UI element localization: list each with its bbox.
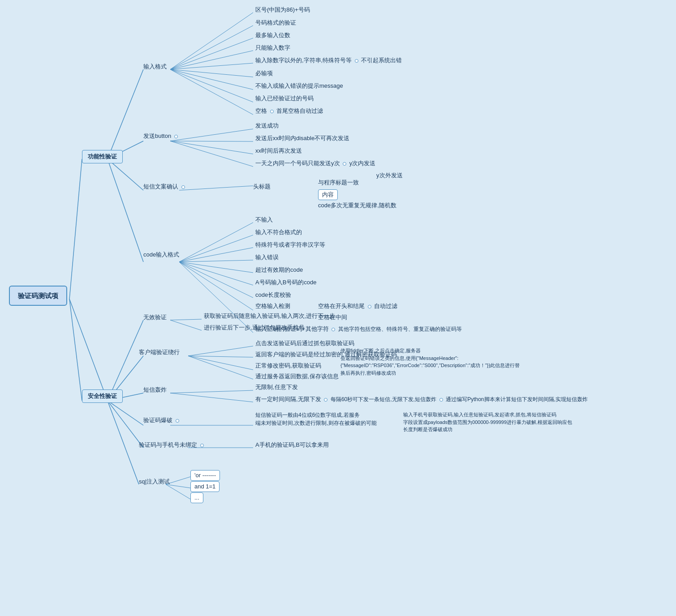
mindmap-container: 验证码测试项 功能性验证 安全性验证 输入格式 发送button 短信文案确认 … bbox=[0, 0, 676, 616]
svg-line-13 bbox=[170, 26, 253, 69]
root-node: 验证码测试项 bbox=[9, 286, 67, 306]
leaf-content-box: 内容 bbox=[318, 189, 338, 200]
leaf-space: 空格 首尾空格自动过滤 bbox=[255, 107, 323, 115]
leaf-sql-and-box: and 1=1 bbox=[190, 481, 220, 492]
code-phone-dot bbox=[200, 444, 204, 447]
security-label: 安全性验证 bbox=[82, 389, 123, 403]
svg-line-36 bbox=[170, 320, 202, 330]
svg-line-40 bbox=[188, 356, 253, 379]
svg-line-38 bbox=[188, 356, 253, 357]
svg-line-20 bbox=[170, 69, 253, 115]
leaf-blast-method: 输入手机号获取验证码,输入任意短验证码,发起请求,抓包,将短信验证码字段设置成p… bbox=[403, 411, 572, 433]
send-button-dot bbox=[174, 135, 178, 138]
svg-line-3 bbox=[108, 69, 143, 159]
code-blast-node: 验证码爆破 bbox=[143, 416, 181, 424]
sms-confirm-node: 短信文案确认 bbox=[143, 183, 186, 191]
leaf-format-verify: 号码格式的验证 bbox=[255, 19, 296, 27]
svg-line-0 bbox=[69, 159, 82, 299]
svg-line-14 bbox=[170, 38, 253, 69]
leaf-non-number: 输入除数字以外的,字符串,特殊符号等 不引起系统出错 bbox=[255, 56, 402, 64]
leaf-send-disable: 发送后xx时间内disable不可再次发送 bbox=[255, 134, 349, 142]
input-format-label: 输入格式 bbox=[143, 63, 167, 70]
leaf-space-edge: 空格在开头和结尾 自动过滤 bbox=[318, 302, 397, 310]
svg-line-19 bbox=[170, 69, 253, 102]
sms-confirm-label: 短信文案确认 bbox=[143, 183, 178, 190]
svg-line-28 bbox=[179, 248, 253, 262]
leaf-send-over: y次外发送 bbox=[376, 171, 403, 180]
code-blast-label: 验证码爆破 bbox=[143, 417, 172, 424]
leaf-header: 头标题 bbox=[253, 183, 271, 191]
svg-line-22 bbox=[170, 141, 253, 141]
svg-line-16 bbox=[170, 63, 253, 69]
leaf-unlimited-send: 无限制,任意下发 bbox=[255, 383, 298, 391]
leaf-send-limit-dot bbox=[343, 162, 346, 166]
client-verify-node: 客户端验证绕行 bbox=[139, 348, 180, 356]
code-blast-dot bbox=[176, 419, 179, 423]
code-input-label: code输入格式 bbox=[143, 251, 179, 258]
leaf-invalid-format: 输入不符合格式的 bbox=[255, 228, 302, 236]
leaf-sql-etc: ... bbox=[190, 492, 203, 503]
leaf-random-code: code多次无重复无规律,随机数 bbox=[318, 201, 396, 210]
send-button-node: 发送button bbox=[143, 132, 179, 140]
leaf-sql-and: and 1=1 bbox=[190, 481, 220, 492]
leaf-no-input: 不输入 bbox=[255, 216, 273, 224]
svg-line-32 bbox=[179, 262, 253, 298]
leaf-number-only: 只能输入数字 bbox=[255, 44, 290, 52]
svg-line-6 bbox=[108, 159, 143, 262]
svg-line-27 bbox=[179, 235, 253, 262]
sms-bomb-node: 短信轰炸 bbox=[143, 386, 167, 394]
leaf-code-length: code长度校验 bbox=[255, 291, 291, 299]
svg-line-23 bbox=[170, 141, 253, 154]
leaf-non-number-dot bbox=[355, 59, 358, 63]
svg-line-5 bbox=[108, 159, 143, 190]
sql-test-label: sq|注入测试 bbox=[139, 478, 170, 485]
leaf-sql-or: 'or ------- bbox=[190, 470, 220, 481]
leaf-normal-modify: 正常修改密码,获取验证码 bbox=[255, 362, 321, 370]
leaf-special-chars: 特殊符号或者字符串汉字等 bbox=[255, 241, 325, 249]
leaf-required: 必输项 bbox=[255, 69, 273, 77]
svg-line-1 bbox=[69, 299, 82, 401]
leaf-phone-code-bind: A手机的验证码,B可以拿来用 bbox=[255, 441, 329, 449]
svg-line-37 bbox=[188, 346, 253, 356]
svg-line-39 bbox=[188, 356, 253, 370]
svg-line-18 bbox=[170, 69, 253, 90]
functional-category: 功能性验证 bbox=[82, 150, 123, 163]
leaf-max-input: 最多输入位数 bbox=[255, 31, 290, 39]
sms-bomb-label: 短信轰炸 bbox=[143, 386, 167, 393]
svg-line-12 bbox=[170, 13, 253, 69]
client-verify-label: 客户端验证绕行 bbox=[139, 349, 180, 355]
leaf-send-success: 发送成功 bbox=[255, 122, 279, 130]
svg-line-7 bbox=[108, 320, 143, 401]
svg-line-11 bbox=[108, 401, 143, 448]
svg-line-25 bbox=[179, 186, 253, 190]
functional-label: 功能性验证 bbox=[82, 150, 123, 163]
svg-line-29 bbox=[179, 260, 253, 262]
leaf-random-input: 获取验证码后随意输入验证码,输入两次,进行下一步 bbox=[204, 312, 335, 320]
svg-line-17 bbox=[170, 69, 253, 77]
svg-line-10 bbox=[108, 401, 143, 425]
svg-line-15 bbox=[170, 51, 253, 69]
leaf-area-code: 区号(中国为86)+号码 bbox=[255, 6, 310, 14]
leaf-intercept-phone: 进行验证后下一步,通过抓包篡改手机号 bbox=[204, 324, 305, 332]
sql-test-node: sq|注入测试 bbox=[139, 478, 170, 486]
leaf-wrong-code: 输入错误 bbox=[255, 253, 279, 261]
security-category: 安全性验证 bbox=[82, 389, 123, 403]
code-phone-node: 验证码与手机号未绑定 bbox=[139, 441, 205, 449]
leaf-error-msg: 不输入或输入错误的提示message bbox=[255, 82, 343, 90]
sms-confirm-dot bbox=[181, 185, 185, 189]
leaf-sql-etc-box: ... bbox=[190, 492, 203, 503]
svg-line-24 bbox=[170, 141, 253, 167]
leaf-content: 内容 bbox=[318, 189, 338, 200]
svg-line-31 bbox=[179, 262, 253, 285]
svg-line-26 bbox=[179, 222, 253, 262]
leaf-fiddler-desc: 使用fiddler下断,之后点击确定,服务器会返回验证码错误之类的信息,使用{"… bbox=[340, 347, 520, 376]
svg-line-34 bbox=[179, 262, 253, 333]
input-format-node: 输入格式 bbox=[143, 63, 167, 71]
leaf-verified-num: 输入已经验证过的号码 bbox=[255, 94, 314, 103]
leaf-space-edge-dot bbox=[368, 305, 371, 308]
leaf-save-server-data: 通过服务器返回数据,保存该信息 bbox=[255, 372, 339, 381]
svg-line-42 bbox=[170, 393, 253, 402]
leaf-interval-send: 有一定时间间隔,无限下发 每隔60秒可下发一条短信,无限下发,短信轰炸 通过编写… bbox=[255, 395, 588, 403]
leaf-send-again: xx时间后再次发送 bbox=[255, 147, 302, 155]
leaf-expired-code: 超过有效期的code bbox=[255, 266, 303, 274]
